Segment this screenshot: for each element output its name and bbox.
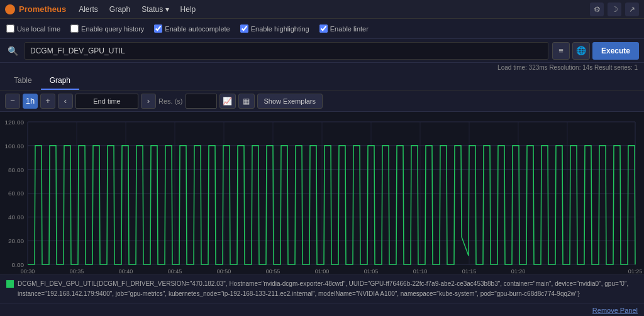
- res-label: Res. (s): [158, 97, 183, 105]
- svg-text:01:05: 01:05: [364, 268, 378, 275]
- svg-text:00:45: 00:45: [168, 268, 182, 275]
- svg-text:0.00: 0.00: [12, 261, 25, 268]
- svg-text:40.00: 40.00: [8, 214, 24, 221]
- tab-graph[interactable]: Graph: [41, 72, 79, 90]
- svg-text:00:55: 00:55: [266, 268, 280, 275]
- nav-alerts[interactable]: Alerts: [74, 3, 103, 16]
- tabs: Table Graph: [0, 72, 644, 90]
- linter-checkbox[interactable]: [319, 25, 328, 33]
- svg-text:01:00: 01:00: [315, 268, 329, 275]
- nav-menu: Alerts Graph Status ▾ Help: [74, 3, 201, 16]
- search-bar: 🔍 ≡ 🌐 Execute: [0, 39, 644, 63]
- highlighting-option[interactable]: Enable highlighting: [240, 25, 309, 33]
- next-time-button[interactable]: ›: [141, 94, 156, 109]
- topbar: Prometheus Alerts Graph Status ▾ Help ⚙ …: [0, 0, 644, 19]
- nav-status[interactable]: Status ▾: [136, 3, 174, 16]
- svg-text:01:15: 01:15: [462, 268, 476, 275]
- query-history-option[interactable]: Enable query history: [70, 25, 144, 33]
- stacked-graph-button[interactable]: ▦: [238, 94, 255, 109]
- theme-icon[interactable]: ☽: [608, 3, 621, 16]
- nav-graph[interactable]: Graph: [104, 3, 135, 16]
- zoom-in-button[interactable]: +: [40, 94, 55, 109]
- svg-text:60.00: 60.00: [8, 190, 24, 197]
- linter-option[interactable]: Enable linter: [319, 25, 369, 33]
- zoom-out-button[interactable]: −: [5, 94, 20, 109]
- autocomplete-checkbox[interactable]: [154, 25, 162, 33]
- prometheus-logo: [5, 4, 15, 14]
- duration-1h-button[interactable]: 1h: [23, 94, 38, 109]
- brand: Prometheus: [5, 4, 66, 14]
- autocomplete-option[interactable]: Enable autocomplete: [154, 25, 230, 33]
- svg-text:00:50: 00:50: [217, 268, 231, 275]
- remove-panel-button[interactable]: Remove Panel: [592, 307, 638, 314]
- svg-text:01:25: 01:25: [628, 268, 642, 275]
- query-globe-icon[interactable]: 🌐: [572, 42, 590, 60]
- highlighting-label: Enable highlighting: [251, 25, 309, 33]
- graph-svg: 120.00 100.00 80.00 60.00 40.00 20.00 0.…: [0, 112, 644, 275]
- query-input[interactable]: [25, 42, 548, 60]
- legend-text: DCGM_FI_DEV_GPU_UTIL{DCGM_FI_DRIVER_VERS…: [18, 279, 638, 299]
- graph-container: 120.00 100.00 80.00 60.00 40.00 20.00 0.…: [0, 112, 644, 275]
- resolution-input[interactable]: [186, 94, 217, 109]
- svg-text:00:40: 00:40: [119, 268, 133, 275]
- brand-label: Prometheus: [19, 4, 66, 14]
- svg-text:120.00: 120.00: [4, 119, 24, 126]
- legend-item: DCGM_FI_DEV_GPU_UTIL{DCGM_FI_DRIVER_VERS…: [6, 279, 638, 299]
- highlighting-checkbox[interactable]: [240, 25, 248, 33]
- end-time-input[interactable]: [75, 94, 138, 109]
- remove-panel-bar: Remove Panel: [0, 303, 644, 316]
- tab-table[interactable]: Table: [5, 72, 41, 90]
- use-local-time-checkbox[interactable]: [6, 25, 14, 33]
- controls-bar: − 1h + ‹ › Res. (s) 📈 ▦ Show Exemplars: [0, 90, 644, 112]
- autocomplete-label: Enable autocomplete: [165, 25, 230, 33]
- search-icon: 🔍: [5, 46, 21, 56]
- use-local-time-option[interactable]: Use local time: [6, 25, 60, 33]
- query-options-icon[interactable]: ≡: [552, 42, 570, 60]
- external-link-icon[interactable]: ↗: [625, 3, 639, 16]
- svg-text:01:10: 01:10: [413, 268, 427, 275]
- nav-help[interactable]: Help: [175, 3, 201, 16]
- svg-text:100.00: 100.00: [4, 143, 24, 150]
- result-info-text: Load time: 323ms Resolution: 14s Result …: [497, 64, 638, 71]
- execute-button[interactable]: Execute: [592, 42, 639, 60]
- legend-color-box: [6, 280, 14, 288]
- options-bar: Use local time Enable query history Enab…: [0, 19, 644, 39]
- show-exemplars-button[interactable]: Show Exemplars: [257, 94, 323, 109]
- settings-icon[interactable]: ⚙: [590, 3, 604, 16]
- prev-time-button[interactable]: ‹: [58, 94, 73, 109]
- query-history-label: Enable query history: [81, 25, 144, 33]
- query-history-checkbox[interactable]: [70, 25, 79, 33]
- use-local-time-label: Use local time: [17, 25, 60, 33]
- svg-text:00:30: 00:30: [21, 268, 35, 275]
- svg-text:20.00: 20.00: [8, 237, 24, 244]
- search-actions: ≡ 🌐 Execute: [552, 42, 639, 60]
- linter-label: Enable linter: [330, 25, 369, 33]
- result-info: Load time: 323ms Resolution: 14s Result …: [0, 63, 644, 72]
- legend: DCGM_FI_DEV_GPU_UTIL{DCGM_FI_DRIVER_VERS…: [0, 275, 644, 303]
- svg-text:80.00: 80.00: [8, 166, 24, 173]
- svg-text:01:20: 01:20: [511, 268, 525, 275]
- svg-text:00:35: 00:35: [70, 268, 84, 275]
- line-graph-button[interactable]: 📈: [219, 94, 236, 109]
- nav-right: ⚙ ☽ ↗: [590, 3, 639, 16]
